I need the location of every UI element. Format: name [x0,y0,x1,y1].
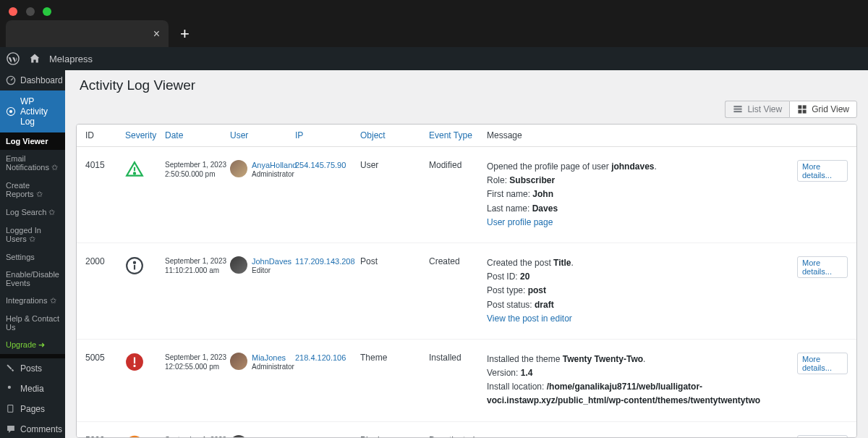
col-severity[interactable]: Severity [125,130,165,140]
sidebar-sub-settings[interactable]: Settings [0,248,65,266]
window-controls [0,0,868,20]
grid-view-button[interactable]: Grid View [789,101,857,118]
user-link[interactable]: WesPeck [252,436,285,438]
table-header: ID Severity Date User IP Object Event Ty… [77,125,856,147]
close-window[interactable] [9,7,17,16]
more-details-button[interactable]: More details... [797,256,848,278]
sidebar-item-media[interactable]: Media [0,379,65,399]
ip-link[interactable]: 218.4.120.106 [295,353,346,362]
cell-id: 2000 [85,256,125,266]
site-name[interactable]: Melapress [49,54,93,64]
col-ip[interactable]: IP [295,130,360,140]
cell-ip: 218.4.120.106 [295,353,360,363]
sidebar-item-posts[interactable]: Posts [0,358,65,379]
svg-point-24 [134,172,135,174]
col-user[interactable]: User [230,130,295,140]
cell-event-type: Deactivated [429,435,487,438]
svg-point-4 [8,386,11,389]
activity-log-table: ID Severity Date User IP Object Event Ty… [76,124,857,438]
user-link[interactable]: MiaJones [252,353,286,362]
ip-link[interactable]: 254.145.75.90 [295,161,346,169]
more-details-button[interactable]: More details... [797,353,848,374]
avatar [230,256,247,274]
home-icon[interactable] [27,51,42,66]
col-date[interactable]: Date [165,130,230,140]
svg-rect-17 [734,109,742,110]
cell-date: September 1, 20239:06:39.000 am [165,435,230,438]
cell-user: JohnDavesEditor [230,256,295,274]
cell-user: MiaJonesAdministrator [230,353,295,371]
more-details-button[interactable]: More details... [797,160,848,182]
close-tab-icon[interactable]: × [153,28,160,41]
severity-high-icon [125,435,144,438]
cell-object: User [360,160,429,170]
cell-date: September 1, 202311:10:21.000 am [165,256,230,275]
more-details-button[interactable]: More details... [797,435,848,438]
list-view-button[interactable]: List View [725,101,789,118]
sidebar-sub-enable-disable[interactable]: Enable/Disable Events [0,266,65,292]
user-link[interactable]: AnyaHolland [252,161,297,169]
sidebar-sub-email-notifications[interactable]: Email Notifications ✩ [0,150,65,177]
cell-more: More details... [797,160,848,182]
svg-rect-19 [799,105,802,109]
cell-user: WesPeckAdministrator [230,435,295,438]
cell-date: September 1, 202312:02:55.000 pm [165,353,230,371]
sidebar-sub-create-reports[interactable]: Create Reports ✩ [0,177,65,203]
sidebar-item-wp-activity-log[interactable]: WP Activity Log [0,90,65,132]
browser-tab[interactable]: × [6,20,169,47]
browser-chrome: × + [0,0,868,47]
svg-rect-5 [8,405,13,412]
avatar [230,353,247,370]
svg-rect-22 [803,110,807,114]
cell-more: More details... [797,353,848,374]
sidebar-item-pages[interactable]: Pages [0,399,65,419]
table-row: 5005September 1, 202312:02:55.000 pmMiaJ… [77,340,856,422]
wordpress-logo-icon[interactable] [6,51,20,66]
sidebar-sub-upgrade[interactable]: Upgrade ➜ [0,336,65,354]
cell-object: Plugin [360,435,429,438]
user-link[interactable]: JohnDaves [252,257,292,266]
cell-message: Installed the theme Twenty Twenty-Two.Ve… [487,353,797,408]
col-object[interactable]: Object [360,130,429,140]
cell-message: Created the post Title.Post ID: 20Post t… [487,256,797,326]
maximize-window[interactable] [43,7,51,16]
cell-date: September 1, 20232:50:50.000 pm [165,160,230,179]
sidebar-sub-logged-in-users[interactable]: Logged In Users ✩ [0,222,65,248]
severity-warning-icon [125,160,144,179]
cell-event-type: Modified [429,160,487,170]
cell-object: Theme [360,353,429,363]
col-event-type[interactable]: Event Type [429,130,487,140]
cell-user: AnyaHollandAdministrator [230,160,295,178]
svg-point-30 [133,365,135,367]
cell-id: 4015 [85,160,125,170]
main-content: Activity Log Viewer List View Grid View … [65,70,868,438]
severity-critical-icon [125,353,144,371]
cell-object: Post [360,256,429,266]
sidebar-item-dashboard[interactable]: Dashboard [0,70,65,90]
col-id[interactable]: ID [85,130,125,140]
sidebar-sub-log-search[interactable]: Log Search ✩ [0,203,65,222]
cell-severity [125,353,165,371]
ip-link[interactable]: 117.209.143.208 [295,257,355,266]
table-row: 4015September 1, 20232:50:50.000 pmAnyaH… [77,147,856,243]
sidebar-item-comments[interactable]: Comments [0,419,65,438]
svg-rect-20 [803,105,807,109]
cell-more: More details... [797,256,848,278]
new-tab-button[interactable]: + [174,25,195,43]
cell-severity [125,160,165,179]
cell-severity [125,256,165,275]
table-row: 5002September 1, 20239:06:39.000 amWesPe… [77,422,856,438]
ip-link[interactable]: 65.158.8.255 [295,436,341,438]
cell-ip: 254.145.75.90 [295,160,360,170]
wp-admin-bar: Melapress [0,47,868,70]
svg-point-26 [134,262,135,264]
sidebar-sub-log-viewer[interactable]: Log Viewer [0,132,65,150]
sidebar-sub-integrations[interactable]: Integrations ✩ [0,292,65,310]
table-row: 2000September 1, 202311:10:21.000 amJohn… [77,243,856,340]
svg-rect-18 [734,111,742,112]
cell-id: 5002 [85,435,125,438]
cell-event-type: Created [429,256,487,266]
sidebar-sub-help[interactable]: Help & Contact Us [0,310,65,336]
avatar [230,160,247,177]
minimize-window[interactable] [26,7,35,16]
